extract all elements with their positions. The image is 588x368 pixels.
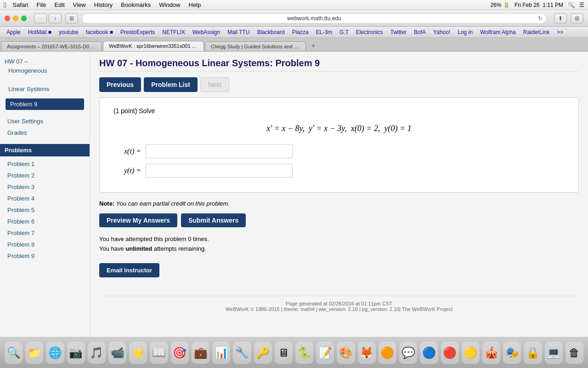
- bookmark-apple[interactable]: Apple: [4, 28, 23, 36]
- window-menu[interactable]: Window: [155, 0, 184, 9]
- sidebar-problem9-list[interactable]: Problem 9: [0, 250, 90, 262]
- sidebar-problem9-link[interactable]: Problem 9: [6, 98, 84, 110]
- titlebar: ‹ › ⊞ webwork.math.ttu.edu ↻ ⬆ ⊞: [0, 10, 588, 27]
- footer-generated: Page generated at 02/26/2016 at 01:11pm …: [99, 301, 579, 306]
- sidebar-problem4[interactable]: Problem 4: [0, 193, 90, 204]
- problem-intro: (1 point) Solve: [113, 107, 565, 115]
- sidebar-problem6[interactable]: Problem 6: [0, 216, 90, 227]
- forward-button[interactable]: ›: [49, 13, 62, 23]
- sidebar-homogeneous-link[interactable]: Homogeneous: [5, 65, 85, 76]
- bookmark-blackboard[interactable]: Blackboard: [254, 28, 288, 36]
- xt-input-row: x(t) =: [113, 144, 565, 158]
- bookmark-gt[interactable]: G.T: [337, 28, 351, 36]
- attempts-text: You have attempted this problem 0 times.…: [99, 235, 579, 254]
- yt-input[interactable]: [146, 164, 293, 178]
- share-button[interactable]: ⬆: [554, 13, 567, 23]
- bookmark-piazza[interactable]: Piazza: [289, 28, 311, 36]
- email-instructor-button[interactable]: Email Instructor: [99, 263, 159, 277]
- toolbar-right: ⬆ ⊞: [554, 13, 583, 23]
- bookmark-youtube[interactable]: youtube: [56, 28, 81, 36]
- safari-menu[interactable]: Safari: [9, 0, 32, 9]
- sidebar-problem8[interactable]: Problem 8: [0, 239, 90, 250]
- tabs-bar: Assignments – 201657-WE-3315-D01-Renewab…: [0, 38, 588, 52]
- list-icon[interactable]: ☰: [579, 2, 584, 8]
- footer: Page generated at 02/26/2016 at 01:11pm …: [99, 296, 579, 312]
- search-icon[interactable]: 🔍: [568, 2, 575, 8]
- preview-button[interactable]: Preview My Answers: [99, 213, 177, 227]
- tab-assignments[interactable]: Assignments – 201657-WE-3315-D01-Renewab…: [1, 41, 102, 51]
- sidebar-problem1[interactable]: Problem 1: [0, 158, 90, 170]
- note-content: You can earn partial credit on this prob…: [116, 200, 230, 207]
- bookmark-more[interactable]: >>: [554, 28, 566, 36]
- maximize-button[interactable]: [21, 16, 27, 21]
- hw-section-link[interactable]: HW 07 –: [5, 58, 28, 65]
- xt-input[interactable]: [146, 144, 293, 158]
- attempts-line1: You have attempted this problem 0 times.: [99, 235, 579, 244]
- sidebar-linear-systems-link[interactable]: Linear Systems: [5, 83, 85, 95]
- sidebar-grades-link[interactable]: Grades: [0, 127, 90, 138]
- main-container: HW 07 – Homogeneous Linear Systems Probl…: [0, 52, 588, 337]
- previous-button[interactable]: Previous: [99, 77, 141, 92]
- points-label: (1 point): [113, 107, 137, 115]
- apple-menu[interactable]: : [4, 1, 6, 9]
- bookmark-netflix[interactable]: NETFLIX: [159, 28, 187, 36]
- edit-menu[interactable]: Edit: [51, 0, 68, 9]
- bookmark-raiderlink[interactable]: RaiderLink: [520, 28, 552, 36]
- help-menu[interactable]: Help: [185, 0, 205, 9]
- unlimited-label: unlimited: [125, 245, 152, 252]
- bookmark-login[interactable]: Log in: [455, 28, 475, 36]
- window-controls[interactable]: [5, 16, 27, 21]
- tab-chegg[interactable]: Chegg Study | Guided Solutions and Study…: [205, 41, 306, 51]
- reload-button[interactable]: ↻: [538, 15, 543, 22]
- tab-toggle-button[interactable]: ⊞: [65, 13, 78, 23]
- sidebar-problem3[interactable]: Problem 3: [0, 181, 90, 193]
- bookmark-yahoo[interactable]: Yahoo!: [430, 28, 453, 36]
- bookmarks-menu[interactable]: Bookmarks: [117, 0, 154, 9]
- back-button[interactable]: ‹: [34, 13, 47, 23]
- bookmark-el3m[interactable]: EL-3m: [313, 28, 335, 36]
- sidebar-problem7[interactable]: Problem 7: [0, 227, 90, 239]
- note-label: Note:: [99, 200, 114, 207]
- bookmark-hotmail[interactable]: HotMail ■: [25, 28, 54, 36]
- url-text: webwork.math.ttu.edu: [287, 15, 341, 22]
- tab-webwork[interactable]: WeBWorK : spr16berwinm3351s001 : HW_07_-…: [103, 41, 204, 51]
- mac-menubar:  Safari File Edit View History Bookmark…: [0, 0, 588, 10]
- bookmark-twitter[interactable]: Twitter: [388, 28, 409, 36]
- battery-status: 26% 🔋: [491, 2, 510, 8]
- datetime: Fri Feb 26 1:11 PM: [514, 2, 563, 8]
- menubar-status: 26% 🔋 Fri Feb 26 1:11 PM 🔍 ☰: [491, 2, 584, 8]
- problem-instruction: Solve: [139, 107, 155, 115]
- submit-button[interactable]: Submit Answers: [181, 213, 246, 227]
- problems-header: Problems: [0, 144, 90, 156]
- bookmark-wolfram[interactable]: Wolfram Alpha: [477, 28, 519, 36]
- problem-box: (1 point) Solve x′ = x − 8y, y′ = x − 3y…: [99, 98, 579, 193]
- new-tab-plus[interactable]: +: [308, 40, 319, 51]
- bookmark-facebook[interactable]: facebook ■: [83, 28, 116, 36]
- yt-label: y(t) =: [113, 167, 141, 175]
- close-button[interactable]: [5, 16, 10, 21]
- sidebar-problem5[interactable]: Problem 5: [0, 204, 90, 216]
- next-button[interactable]: Next: [200, 77, 229, 92]
- sidebar: HW 07 – Homogeneous Linear Systems Probl…: [0, 52, 90, 337]
- address-bar[interactable]: webwork.math.ttu.edu ↻: [82, 13, 547, 23]
- history-menu[interactable]: History: [90, 0, 116, 9]
- file-menu[interactable]: File: [33, 0, 50, 9]
- minimize-button[interactable]: [13, 16, 18, 21]
- problem-list-button[interactable]: Problem List: [144, 77, 198, 92]
- bookmark-bofa[interactable]: BofA: [411, 28, 429, 36]
- view-menu[interactable]: View: [69, 0, 90, 9]
- bookmark-presto[interactable]: PrestoExperts: [118, 28, 158, 36]
- bookmark-mailttu[interactable]: Mail TTU: [225, 28, 252, 36]
- bookmark-electronics[interactable]: Electronics: [353, 28, 386, 36]
- sidebar-problem2[interactable]: Problem 2: [0, 170, 90, 181]
- action-buttons: Preview My Answers Submit Answers: [99, 213, 579, 227]
- bookmark-webassign[interactable]: WebAssign: [190, 28, 223, 36]
- page-title: HW 07 - Homogeneous Linear Systems: Prob…: [99, 58, 579, 72]
- browser-nav[interactable]: ‹ ›: [34, 13, 62, 23]
- sidebar-user-settings-link[interactable]: User Settings: [0, 115, 90, 127]
- attempts-line2: You have unlimited attempts remaining.: [99, 244, 579, 254]
- new-tab-button[interactable]: ⊞: [571, 13, 583, 23]
- math-equation: x′ = x − 8y, y′ = x − 3y, x(0) = 2, y(0)…: [113, 124, 565, 133]
- bookmarks-bar: Apple HotMail ■ youtube facebook ■ Prest…: [0, 27, 588, 38]
- content-area: HW 07 - Homogeneous Linear Systems: Prob…: [90, 52, 588, 337]
